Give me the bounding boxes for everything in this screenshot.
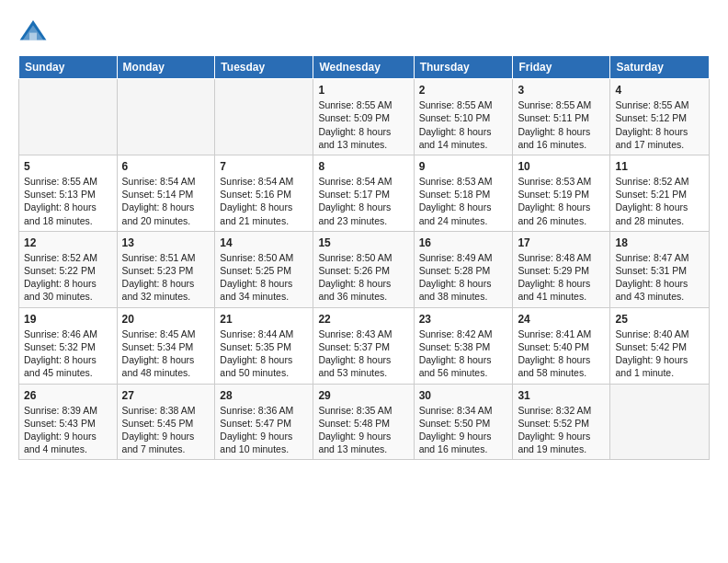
day-number: 19 [24, 312, 112, 327]
day-cell: 16Sunrise: 8:49 AMSunset: 5:28 PMDayligh… [414, 231, 513, 307]
day-number: 14 [220, 236, 308, 250]
day-number: 31 [518, 388, 605, 403]
day-info-line: Daylight: 8 hours [318, 354, 391, 365]
day-cell: 30Sunrise: 8:34 AMSunset: 5:50 PMDayligh… [414, 384, 513, 460]
day-info-line: Daylight: 8 hours [518, 278, 590, 289]
day-info-line: and 1 minute. [615, 367, 674, 378]
day-info-line: and 21 minutes. [220, 215, 289, 226]
day-info-line: Daylight: 8 hours [615, 278, 688, 289]
day-info-line: Sunset: 5:45 PM [122, 418, 194, 429]
day-info-line: Daylight: 9 hours [615, 354, 688, 365]
day-info-line: and 19 minutes. [518, 443, 586, 454]
day-info-line: Sunrise: 8:55 AM [615, 99, 688, 110]
weekday-header-row: SundayMondayTuesdayWednesdayThursdayFrid… [19, 56, 710, 79]
day-info-line: Daylight: 9 hours [419, 431, 492, 442]
day-info-line: Sunrise: 8:43 AM [318, 328, 392, 339]
day-info-line: Daylight: 8 hours [419, 201, 492, 213]
day-info-line: Sunset: 5:38 PM [419, 341, 491, 352]
day-info-line: Sunset: 5:22 PM [24, 265, 96, 276]
day-info-line: and 13 minutes. [318, 139, 387, 150]
svg-rect-2 [29, 33, 37, 40]
day-number: 16 [419, 236, 508, 250]
day-cell: 21Sunrise: 8:44 AMSunset: 5:35 PMDayligh… [215, 307, 313, 384]
weekday-header-tuesday: Tuesday [215, 56, 313, 79]
page: SundayMondayTuesdayWednesdayThursdayFrid… [0, 0, 728, 563]
logo-icon [18, 17, 48, 46]
day-info-line: Daylight: 8 hours [318, 201, 391, 213]
calendar: SundayMondayTuesdayWednesdayThursdayFrid… [18, 55, 710, 460]
weekday-header-sunday: Sunday [19, 56, 118, 79]
day-info-line: Sunset: 5:09 PM [318, 112, 390, 123]
day-number: 12 [24, 236, 112, 250]
day-cell: 20Sunrise: 8:45 AMSunset: 5:34 PMDayligh… [117, 307, 215, 384]
day-info-line: Sunrise: 8:55 AM [518, 99, 591, 110]
day-info-line: Sunrise: 8:55 AM [419, 99, 493, 110]
day-info-line: and 26 minutes. [518, 215, 586, 226]
day-info-line: Daylight: 8 hours [615, 201, 688, 213]
day-info-line: Sunset: 5:47 PM [220, 418, 291, 429]
day-info-line: Sunset: 5:50 PM [419, 418, 491, 429]
day-cell: 23Sunrise: 8:42 AMSunset: 5:38 PMDayligh… [414, 307, 513, 384]
day-cell: 17Sunrise: 8:48 AMSunset: 5:29 PMDayligh… [513, 231, 610, 307]
day-number: 3 [518, 83, 605, 98]
day-cell: 5Sunrise: 8:55 AMSunset: 5:13 PMDaylight… [19, 155, 118, 231]
day-cell: 22Sunrise: 8:43 AMSunset: 5:37 PMDayligh… [313, 307, 414, 384]
day-info-line: Daylight: 8 hours [419, 126, 492, 137]
day-info-line: and 20 minutes. [122, 215, 191, 226]
day-info-line: Sunset: 5:37 PM [318, 341, 390, 352]
day-info-line: and 16 minutes. [419, 443, 488, 454]
day-info-line: Daylight: 8 hours [220, 201, 292, 213]
day-number: 25 [615, 312, 704, 327]
day-info-line: Sunset: 5:32 PM [24, 341, 96, 352]
day-info-line: and 43 minutes. [615, 291, 684, 302]
day-number: 6 [122, 159, 210, 174]
day-info-line: and 4 minutes. [24, 443, 87, 454]
day-info-line: Daylight: 8 hours [318, 278, 391, 289]
day-cell: 25Sunrise: 8:40 AMSunset: 5:42 PMDayligh… [610, 307, 710, 384]
day-cell: 1Sunrise: 8:55 AMSunset: 5:09 PMDaylight… [313, 79, 414, 155]
day-info-line: and 53 minutes. [318, 367, 387, 378]
day-cell: 29Sunrise: 8:35 AMSunset: 5:48 PMDayligh… [313, 384, 414, 460]
day-number: 20 [122, 312, 210, 327]
day-info-line: Sunset: 5:19 PM [518, 189, 589, 200]
day-info-line: Sunrise: 8:44 AM [220, 328, 293, 339]
day-info-line: and 23 minutes. [318, 215, 387, 226]
day-info-line: and 30 minutes. [24, 291, 93, 302]
header [18, 17, 710, 46]
day-info-line: and 34 minutes. [220, 291, 289, 302]
day-number: 27 [122, 388, 210, 403]
day-info-line: Sunrise: 8:47 AM [615, 252, 688, 263]
day-info-line: Sunrise: 8:54 AM [220, 176, 293, 187]
day-info-line: Sunrise: 8:55 AM [24, 176, 97, 187]
day-info-line: Sunset: 5:10 PM [419, 112, 491, 123]
day-number: 10 [518, 159, 605, 174]
day-info-line: Sunrise: 8:48 AM [518, 252, 591, 263]
day-info-line: Sunrise: 8:40 AM [615, 328, 688, 339]
day-number: 30 [419, 388, 508, 403]
day-info-line: Sunrise: 8:54 AM [122, 176, 196, 187]
day-cell: 24Sunrise: 8:41 AMSunset: 5:40 PMDayligh… [513, 307, 610, 384]
day-info-line: Sunset: 5:48 PM [318, 418, 390, 429]
day-info-line: Sunset: 5:52 PM [518, 418, 589, 429]
day-info-line: Sunrise: 8:32 AM [518, 405, 591, 416]
week-row-4: 26Sunrise: 8:39 AMSunset: 5:43 PMDayligh… [19, 384, 710, 460]
day-info-line: Sunset: 5:14 PM [122, 189, 194, 200]
day-cell: 4Sunrise: 8:55 AMSunset: 5:12 PMDaylight… [610, 79, 710, 155]
day-cell: 18Sunrise: 8:47 AMSunset: 5:31 PMDayligh… [610, 231, 710, 307]
day-number: 9 [419, 159, 508, 174]
day-info-line: and 50 minutes. [220, 367, 289, 378]
day-info-line: Sunset: 5:43 PM [24, 418, 96, 429]
day-info-line: Daylight: 8 hours [24, 354, 97, 365]
day-info-line: and 48 minutes. [122, 367, 191, 378]
day-info-line: Sunset: 5:17 PM [318, 189, 390, 200]
day-number: 5 [24, 159, 112, 174]
weekday-header-saturday: Saturday [610, 56, 710, 79]
day-number: 13 [122, 236, 210, 250]
day-info-line: Sunset: 5:26 PM [318, 265, 390, 276]
day-info-line: Sunrise: 8:45 AM [122, 328, 196, 339]
day-info-line: Daylight: 8 hours [518, 354, 590, 365]
day-cell: 2Sunrise: 8:55 AMSunset: 5:10 PMDaylight… [414, 79, 513, 155]
day-info-line: and 18 minutes. [24, 215, 93, 226]
week-row-2: 12Sunrise: 8:52 AMSunset: 5:22 PMDayligh… [19, 231, 710, 307]
day-info-line: Sunrise: 8:35 AM [318, 405, 392, 416]
